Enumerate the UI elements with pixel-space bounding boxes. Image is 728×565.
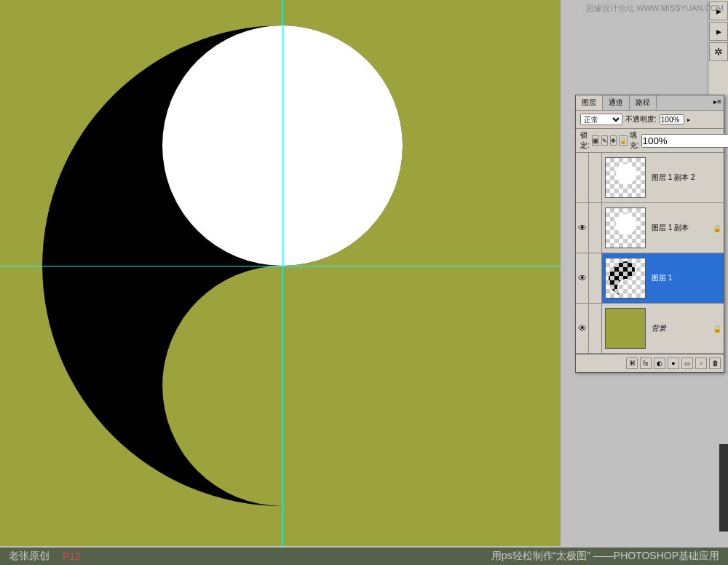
tab-channels[interactable]: 通道	[603, 95, 630, 110]
lock-transparency-icon[interactable]: ▦	[592, 135, 599, 146]
guide-horizontal[interactable]	[0, 266, 561, 266]
layer-lock-cell: 🔒	[711, 325, 724, 333]
workspace	[0, 0, 574, 548]
lock-move-icon[interactable]: ✥	[610, 135, 617, 146]
layer-name[interactable]: 图层 1	[649, 273, 711, 283]
layer-name[interactable]: 背景	[649, 323, 711, 333]
adjustment-icon[interactable]: ●	[668, 357, 679, 369]
mask-icon[interactable]: ◐	[654, 357, 665, 369]
panel-tabs: 图层 通道 路径	[576, 95, 724, 111]
visibility-toggle[interactable]	[576, 153, 589, 202]
scrollbar-dark	[719, 444, 728, 532]
author-label: 老张原创	[9, 550, 50, 563]
lock-brush-icon[interactable]: ✎	[601, 135, 608, 146]
link-cell[interactable]	[589, 153, 602, 202]
layer-thumbnail[interactable]	[605, 157, 646, 198]
layer-row[interactable]: 👁 背景 🔒	[576, 304, 724, 354]
visibility-toggle[interactable]: 👁	[576, 304, 589, 353]
blend-row: 正常 不透明度: ▸	[576, 111, 724, 129]
layer-row[interactable]: 👁 图层 1 副本 🔒	[576, 203, 724, 253]
folder-icon[interactable]: ▭	[681, 357, 693, 369]
panel-menu-icon[interactable]: ▸≡	[713, 98, 721, 106]
layer-name[interactable]: 图层 1 副本 2	[649, 173, 711, 183]
history-icon[interactable]: ▸	[709, 22, 728, 41]
bottom-bar: 老张原创 P12 用ps轻松制作“太极图” ——PHOTOSHOP基础应用	[0, 548, 728, 565]
new-layer-icon[interactable]: ▫	[695, 357, 707, 369]
color-icon[interactable]: ✲	[709, 42, 728, 61]
opacity-input[interactable]	[660, 114, 684, 125]
layer-lock-cell: 🔒	[711, 224, 724, 232]
layer-thumbnail[interactable]	[605, 308, 646, 349]
layer-thumbnail[interactable]	[605, 208, 646, 248]
tab-layers[interactable]: 图层	[576, 95, 603, 110]
watermark: 思缘设计论坛 WWW.MISSYUAN.COM	[586, 3, 724, 14]
layers-panel: ▸≡ 图层 通道 路径 正常 不透明度: ▸ 锁定: ▦ ✎ ✥ 🔒 填充: ▸…	[575, 95, 724, 373]
layer-row[interactable]: 👁 图层 1	[576, 253, 724, 304]
link-cell[interactable]	[589, 304, 602, 353]
canvas[interactable]	[0, 0, 561, 546]
fill-input[interactable]	[641, 134, 728, 148]
right-toolbar: ▸ ▸ ✲	[708, 0, 728, 95]
fill-label: 填充:	[630, 130, 639, 151]
link-layers-icon[interactable]: ⌘	[626, 357, 638, 369]
visibility-toggle[interactable]: 👁	[576, 203, 589, 253]
lock-all-icon[interactable]: 🔒	[619, 135, 628, 146]
link-cell[interactable]	[589, 203, 602, 253]
panel-footer: ⌘ fx ◐ ● ▭ ▫ 🗑	[576, 354, 724, 372]
layer-row[interactable]: 图层 1 副本 2	[576, 153, 724, 203]
tutorial-title: 用ps轻松制作“太极图” ——PHOTOSHOP基础应用	[491, 550, 719, 563]
guide-vertical[interactable]	[282, 0, 283, 546]
canvas-art	[0, 0, 561, 546]
lock-label: 锁定:	[580, 130, 590, 151]
opacity-label: 不透明度:	[625, 114, 657, 125]
layer-name[interactable]: 图层 1 副本	[649, 223, 711, 233]
layer-thumbnail[interactable]	[605, 258, 646, 299]
visibility-toggle[interactable]: 👁	[576, 253, 589, 303]
blend-mode-select[interactable]: 正常	[580, 114, 622, 125]
layer-list: 图层 1 副本 2 👁 图层 1 副本 🔒 👁 图层 1 👁 背景 🔒	[576, 153, 724, 354]
trash-icon[interactable]: 🗑	[709, 357, 721, 369]
opacity-arrow-icon[interactable]: ▸	[687, 116, 690, 123]
lock-row: 锁定: ▦ ✎ ✥ 🔒 填充: ▸	[576, 129, 724, 153]
page-number: P12	[63, 550, 81, 562]
fx-icon[interactable]: fx	[640, 357, 652, 369]
link-cell[interactable]	[589, 253, 602, 303]
tab-paths[interactable]: 路径	[630, 95, 657, 110]
